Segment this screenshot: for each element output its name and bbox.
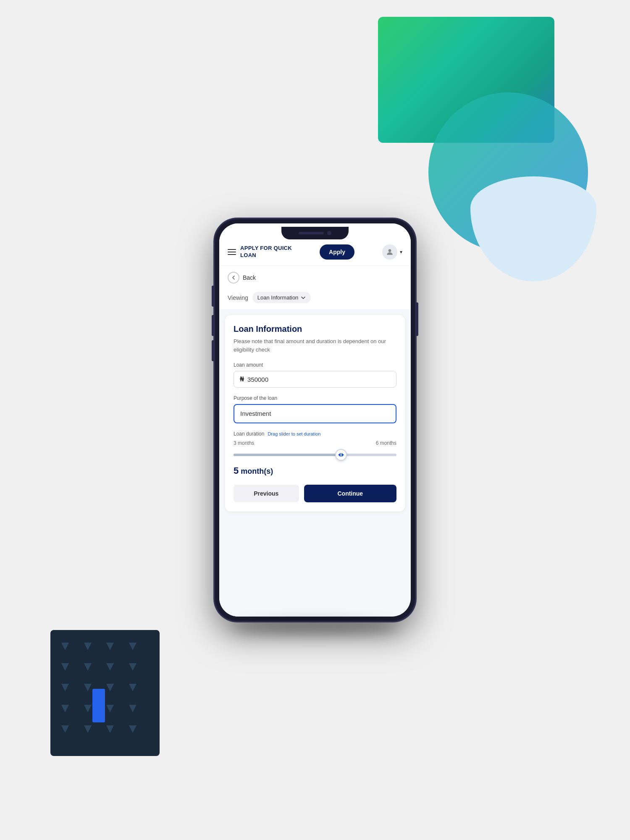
purpose-label: Purpose of the loan xyxy=(234,395,396,401)
phone-screen: APPLY FOR QUICK LOAN Apply ▾ xyxy=(219,223,411,617)
slider-left-arrow-icon xyxy=(338,453,341,457)
slider-right-arrow-icon xyxy=(341,453,344,457)
duration-slider-container[interactable] xyxy=(234,449,396,461)
section-dropdown-label: Loan Information xyxy=(257,294,299,301)
continue-button[interactable]: Continue xyxy=(304,485,396,502)
header-apply-button[interactable]: Apply xyxy=(320,244,354,260)
viewing-text: Viewing xyxy=(228,294,248,301)
user-menu-chevron-icon[interactable]: ▾ xyxy=(400,249,402,255)
form-subtitle: Please note that final amount and durati… xyxy=(234,337,396,354)
phone-frame: APPLY FOR QUICK LOAN Apply ▾ xyxy=(214,218,416,622)
app-title: APPLY FOR QUICK LOAN xyxy=(240,245,292,259)
slider-range-labels: 3 months 6 months xyxy=(234,440,396,446)
slider-fill xyxy=(234,454,341,456)
svg-point-0 xyxy=(388,249,391,252)
bg-blue-accent-decoration xyxy=(92,689,105,722)
loan-amount-input[interactable] xyxy=(247,376,390,383)
user-avatar-icon[interactable] xyxy=(382,244,397,260)
bg-dark-box-decoration xyxy=(50,630,160,756)
duration-unit: month(s) xyxy=(241,467,273,475)
slider-min-label: 3 months xyxy=(234,440,254,446)
previous-button[interactable]: Previous xyxy=(234,485,299,502)
currency-symbol: ₦ xyxy=(240,375,244,383)
slider-max-label: 6 months xyxy=(376,440,396,446)
loan-amount-field: ₦ xyxy=(234,371,396,388)
slider-thumb-inner xyxy=(338,453,344,457)
loan-amount-label: Loan amount xyxy=(234,362,396,368)
viewing-bar: Viewing Loan Information xyxy=(219,288,411,309)
duration-number: 5 xyxy=(234,465,239,476)
app-title-line1: APPLY FOR QUICK xyxy=(240,245,292,251)
phone-speaker xyxy=(299,232,324,234)
phone-shadow xyxy=(231,622,399,634)
slider-track xyxy=(234,454,396,456)
purpose-field xyxy=(234,404,396,423)
back-button[interactable] xyxy=(228,272,239,284)
duration-label-row: Loan duration Drag slider to set duratio… xyxy=(234,431,396,437)
header-left: APPLY FOR QUICK LOAN xyxy=(228,245,292,259)
phone-mockup: APPLY FOR QUICK LOAN Apply ▾ xyxy=(214,218,416,622)
duration-display: 5 month(s) xyxy=(234,465,396,476)
app-content: Back Viewing Loan Information Loan Infor… xyxy=(219,266,411,617)
back-navigation: Back xyxy=(219,266,411,288)
action-buttons: Previous Continue xyxy=(234,485,396,502)
duration-hint: Drag slider to set duration xyxy=(268,431,320,436)
app-title-line2: LOAN xyxy=(240,252,256,258)
purpose-input[interactable] xyxy=(240,410,390,417)
duration-label: Loan duration xyxy=(234,431,264,437)
bg-lightblue-decoration xyxy=(470,176,596,281)
slider-thumb[interactable] xyxy=(335,449,347,461)
form-title: Loan Information xyxy=(234,324,396,334)
loan-form-card: Loan Information Please note that final … xyxy=(225,315,405,512)
phone-camera xyxy=(327,231,331,235)
header-right: ▾ xyxy=(382,244,402,260)
phone-notch xyxy=(281,227,349,239)
section-dropdown-chevron-icon xyxy=(301,295,306,300)
back-label: Back xyxy=(243,274,256,281)
hamburger-menu-icon[interactable] xyxy=(228,249,236,255)
section-dropdown[interactable]: Loan Information xyxy=(252,292,311,303)
